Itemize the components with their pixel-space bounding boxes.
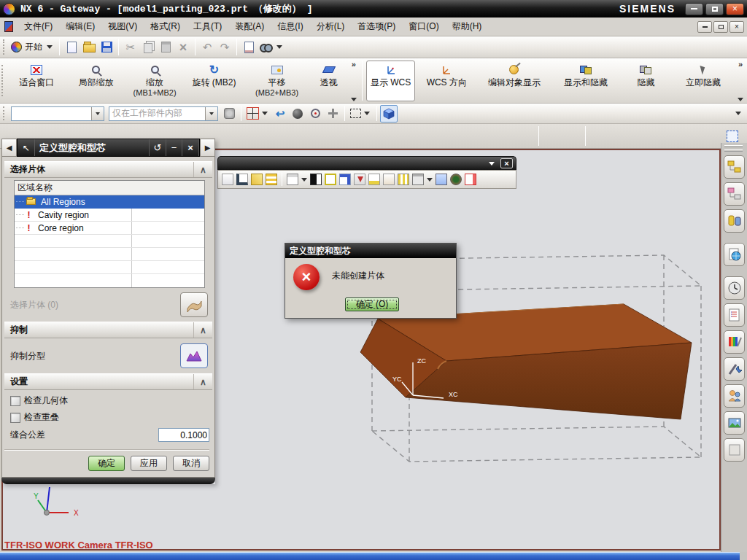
menu-file[interactable]: 文件(F) bbox=[18, 18, 59, 35]
window-titlebar[interactable]: NX 6 - Gateway - [model1_parting_023.prt… bbox=[0, 0, 747, 18]
perspective-button[interactable]: 透视 bbox=[310, 61, 348, 101]
check-geometry-checkbox[interactable] bbox=[10, 396, 20, 406]
chevron-down-icon[interactable] bbox=[301, 178, 307, 182]
selection-scope-combo[interactable]: 仅在工作部件内部 bbox=[109, 106, 218, 121]
menu-view[interactable]: 视图(V) bbox=[101, 18, 144, 35]
snap-point-button[interactable] bbox=[220, 105, 238, 122]
cut-button[interactable]: ✂ bbox=[122, 39, 139, 56]
constraint-navigator-button[interactable] bbox=[724, 182, 745, 206]
toolbar-grip[interactable] bbox=[1, 65, 4, 96]
sew-tolerance-input[interactable] bbox=[158, 428, 209, 442]
information-palette-button[interactable] bbox=[724, 303, 745, 327]
resource-bar-grip[interactable] bbox=[724, 145, 743, 147]
start-menu-button[interactable]: 开始 bbox=[9, 39, 56, 56]
bom-document-icon[interactable] bbox=[436, 174, 447, 185]
internet-explorer-button[interactable] bbox=[724, 243, 745, 266]
table-empty-row[interactable] bbox=[15, 248, 204, 261]
table-empty-row[interactable] bbox=[15, 235, 204, 248]
table-row-core-region[interactable]: ! Core region bbox=[15, 222, 204, 235]
empty-slot-button[interactable] bbox=[724, 438, 745, 462]
runner-route-icon[interactable] bbox=[339, 174, 351, 185]
dialog-minimize-button[interactable]: − bbox=[166, 139, 182, 156]
new-file-button[interactable] bbox=[63, 39, 80, 56]
trim-window-icon[interactable] bbox=[412, 174, 424, 185]
save-button[interactable] bbox=[98, 39, 115, 56]
mold-wizard-close-button[interactable]: × bbox=[500, 158, 513, 168]
combo-dropdown-button[interactable] bbox=[91, 107, 104, 120]
show-and-hide-button[interactable]: 显示和隐藏 bbox=[551, 61, 619, 101]
edit-object-display-button[interactable]: 编辑对象显示 bbox=[478, 61, 550, 101]
point-constructor-button[interactable] bbox=[244, 105, 271, 122]
palette-button[interactable] bbox=[724, 330, 745, 354]
menu-tools[interactable]: 工具(T) bbox=[187, 18, 228, 35]
mold-csys-icon[interactable] bbox=[236, 174, 248, 185]
delete-button[interactable]: × bbox=[174, 39, 192, 56]
copy-button[interactable] bbox=[139, 39, 157, 56]
workpiece-layers-icon[interactable] bbox=[266, 174, 277, 185]
drawing-document-icon[interactable] bbox=[465, 174, 476, 185]
menu-preferences[interactable]: 首选项(P) bbox=[351, 18, 402, 35]
close-button[interactable]: × bbox=[726, 3, 744, 15]
pan-button[interactable]: 平移 (MB2+MB3) bbox=[246, 61, 309, 101]
insert-figure-icon[interactable] bbox=[383, 174, 395, 185]
table-row-all-regions[interactable]: All Regions bbox=[15, 195, 204, 209]
part-navigator-button[interactable] bbox=[724, 209, 745, 233]
paste-button[interactable] bbox=[157, 39, 174, 56]
chevron-down-icon[interactable] bbox=[427, 178, 433, 182]
gate-arrow-icon[interactable] bbox=[354, 174, 365, 185]
settings-section-header[interactable]: 设置 ∧ bbox=[4, 373, 212, 390]
shaded-view-button[interactable] bbox=[289, 105, 306, 122]
rotate-point-button[interactable] bbox=[306, 105, 324, 122]
assembly-navigator-button[interactable] bbox=[724, 155, 745, 179]
dialog-footer-bar[interactable] bbox=[1, 478, 215, 484]
solid-cube-view-button[interactable] bbox=[380, 105, 398, 122]
immediate-hide-button[interactable]: 立即隐藏 bbox=[672, 61, 735, 101]
collapse-chevron-icon[interactable]: ∧ bbox=[193, 162, 212, 177]
table-empty-row[interactable] bbox=[15, 274, 204, 287]
apply-button[interactable]: 应用 bbox=[131, 456, 167, 471]
resource-bar-grip[interactable] bbox=[724, 149, 743, 152]
restore-button[interactable] bbox=[705, 3, 724, 15]
open-file-button[interactable] bbox=[80, 39, 98, 56]
combo-dropdown-button[interactable] bbox=[205, 107, 217, 120]
mold-base-frame-icon[interactable] bbox=[325, 174, 336, 185]
scene-button[interactable] bbox=[724, 411, 745, 435]
cavity-layout-icon[interactable] bbox=[287, 174, 298, 185]
table-empty-row[interactable] bbox=[15, 261, 204, 274]
send-info-button[interactable] bbox=[240, 39, 258, 56]
find-button[interactable] bbox=[258, 39, 286, 56]
suppress-section-header[interactable]: 抑制 ∧ bbox=[4, 322, 212, 338]
mold-wizard-titlebar[interactable]: × bbox=[217, 156, 516, 170]
mold-tools-icon[interactable] bbox=[251, 174, 263, 185]
menu-analysis[interactable]: 分析(L) bbox=[310, 18, 352, 35]
history-button[interactable] bbox=[724, 276, 745, 300]
menu-help[interactable]: 帮助(H) bbox=[446, 18, 489, 35]
collapse-chevron-icon[interactable]: ∧ bbox=[193, 322, 212, 338]
rotate-button[interactable]: ↻ 旋转 (MB2) bbox=[184, 61, 244, 101]
mdi-restore-button[interactable] bbox=[713, 21, 728, 33]
chevron-down-icon[interactable] bbox=[735, 112, 741, 115]
mdi-minimize-button[interactable] bbox=[697, 21, 712, 33]
zoom-button[interactable]: 缩放 (MB1+MB2) bbox=[127, 61, 183, 101]
initialize-project-icon[interactable] bbox=[222, 174, 233, 185]
reverse-direction-button[interactable]: ↩ bbox=[271, 105, 289, 122]
toolbar-overflow[interactable]: » bbox=[735, 58, 746, 103]
menu-edit[interactable]: 编辑(E) bbox=[59, 18, 101, 35]
ejector-post-icon[interactable] bbox=[368, 174, 380, 185]
zoom-region-button[interactable]: 局部缩放 bbox=[66, 61, 125, 101]
menu-assemblies[interactable]: 装配(A) bbox=[228, 18, 271, 35]
select-sheet-section-header[interactable]: 选择片体 ∧ bbox=[4, 161, 212, 178]
menu-format[interactable]: 格式(R) bbox=[144, 18, 187, 35]
fit-window-button[interactable]: 适合窗口 bbox=[8, 61, 65, 101]
ok-button[interactable]: 确定 bbox=[88, 456, 125, 471]
visualization-tools-button[interactable] bbox=[724, 357, 745, 381]
type-filter-combo[interactable] bbox=[11, 106, 104, 121]
select-sheet-button[interactable] bbox=[180, 292, 208, 317]
rectangle-select-button[interactable] bbox=[348, 105, 374, 122]
view-manager-eye-icon[interactable] bbox=[450, 174, 462, 185]
wcs-orient-button[interactable]: WCS 方向 bbox=[417, 61, 476, 101]
error-ok-button[interactable]: 确定 (O) bbox=[345, 298, 399, 311]
minimize-button[interactable] bbox=[685, 3, 703, 15]
roles-button[interactable] bbox=[724, 384, 745, 408]
redo-button[interactable]: ↷ bbox=[216, 39, 233, 56]
